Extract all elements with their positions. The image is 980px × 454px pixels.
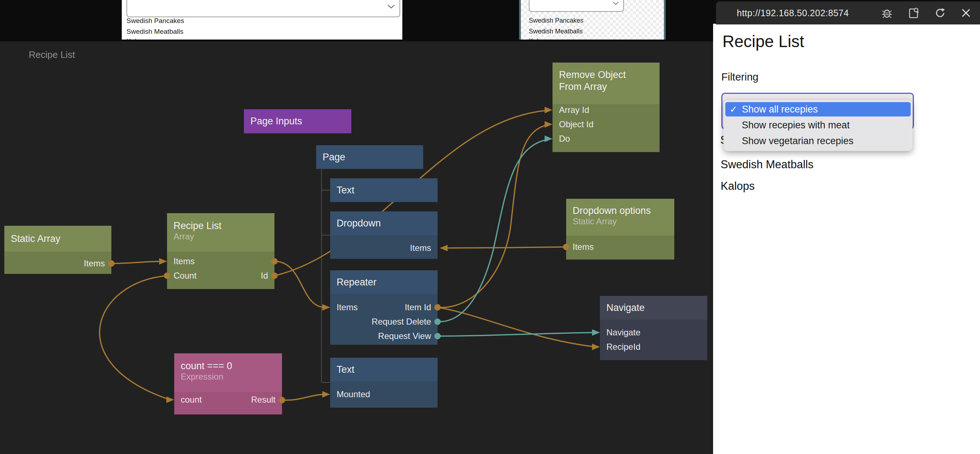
node-page[interactable]: Page — [316, 145, 423, 169]
port-recipelist-count[interactable]: Count — [173, 271, 197, 281]
bug-icon[interactable] — [881, 7, 893, 19]
node-repeater[interactable]: Repeater Items Item Id Request Delete Re… — [330, 270, 438, 345]
section-heading: Filtering — [721, 71, 758, 83]
node-dropdown-options[interactable]: Dropdown options Static Array Items — [566, 199, 674, 260]
port-remove-do[interactable]: Do — [559, 134, 570, 144]
list-item: Swedish Meatballs — [126, 28, 183, 36]
port-repeater-requestview[interactable]: Request View — [378, 331, 431, 341]
preview-url-bar: http://192.168.50.202:8574 — [716, 2, 980, 24]
node-recipe-list[interactable]: Recipe List Array Items Count Id — [167, 213, 274, 289]
list-item: Swedish Meatballs — [721, 158, 813, 171]
port-dropdown-items[interactable]: Items — [410, 243, 431, 253]
port-repeater-requestdelete[interactable]: Request Delete — [372, 317, 431, 327]
menu-option-show-all[interactable]: ✓ Show all recepies — [725, 102, 911, 116]
port-text-mounted[interactable]: Mounted — [337, 389, 370, 399]
refresh-icon[interactable] — [934, 7, 946, 19]
node-expression[interactable]: count === 0 Expression count Result — [174, 354, 282, 414]
recipe-select-right[interactable] — [529, 0, 624, 12]
chevron-down-icon — [387, 4, 395, 9]
port-navigate-navigate[interactable]: Navigate — [606, 328, 641, 338]
port-expression-count[interactable]: count — [181, 395, 202, 405]
page-title: Recipe List — [722, 32, 804, 51]
url-text[interactable]: http://192.168.50.202:8574 — [737, 8, 849, 18]
port-recipelist-id[interactable]: Id — [261, 271, 268, 281]
canvas-component-label: Recipe List — [29, 49, 75, 61]
list-item: Kalops — [126, 37, 147, 40]
port-recipelist-items[interactable]: Items — [173, 256, 195, 266]
node-page-inputs[interactable]: Page Inputs — [244, 109, 352, 133]
list-item: Kalops — [529, 37, 549, 40]
editor-preview-panel-left: Swedish Pancakes Swedish Meatballs Kalop… — [122, 0, 402, 40]
node-static-array[interactable]: Static Array Items — [4, 226, 111, 274]
port-repeater-itemid[interactable]: Item Id — [405, 302, 431, 312]
port-staticarray-items[interactable]: Items — [84, 258, 105, 269]
menu-option-with-meat[interactable]: Show recepies with meat — [725, 118, 911, 132]
close-icon[interactable] — [961, 8, 971, 18]
port-remove-objectid[interactable]: Object Id — [559, 119, 593, 129]
node-navigate[interactable]: Navigate Navigate RecipeId — [600, 296, 707, 360]
node-remove-object-from-array[interactable]: Remove Object From Array Array Id Object… — [552, 62, 660, 152]
node-dropdown[interactable]: Dropdown Items — [330, 211, 438, 259]
preview-page: Recipe List Filtering Swedish Pancakes ✓… — [713, 24, 980, 454]
list-item: Swedish Pancakes — [529, 17, 584, 24]
list-item: Swedish Pancakes — [126, 17, 184, 25]
port-remove-arrayid[interactable]: Array Id — [559, 105, 589, 115]
port-navigate-recipeid[interactable]: RecipeId — [606, 342, 641, 352]
recipe-select-left[interactable] — [126, 0, 400, 17]
menu-option-vegetarian[interactable]: Show vegetarian recepies — [725, 134, 911, 148]
list-item: Swedish Meatballs — [529, 28, 583, 35]
chevron-down-icon — [612, 2, 619, 5]
node-text-1[interactable]: Text — [330, 178, 438, 202]
preview-browser-panel: Recipe List Filtering Swedish Pancakes ✓… — [713, 0, 980, 454]
inspect-icon[interactable] — [907, 7, 920, 19]
list-item: Kalops — [721, 180, 755, 193]
port-expression-result[interactable]: Result — [251, 395, 275, 405]
editor-preview-panel-right: Swedish Pancakes Swedish Meatballs Kalop… — [519, 0, 666, 40]
port-repeater-items[interactable]: Items — [337, 302, 358, 312]
filter-dropdown-menu: ✓ Show all recepies Show recepies with m… — [724, 100, 912, 151]
node-text-2[interactable]: Text Mounted — [330, 358, 438, 408]
port-dropdownoptions-items[interactable]: Items — [573, 242, 594, 252]
checkmark-icon: ✓ — [725, 104, 742, 115]
